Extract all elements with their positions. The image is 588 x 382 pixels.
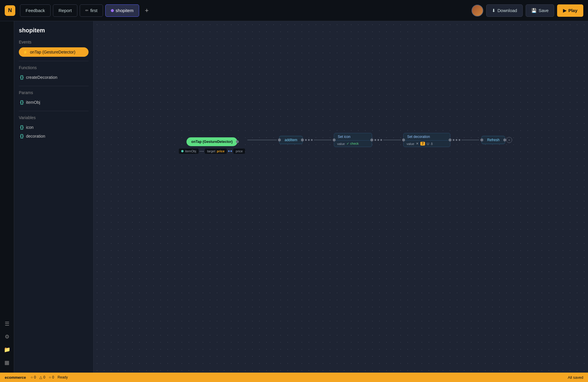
- event-ontap[interactable]: ⚡ onTap (GestureDetector): [19, 47, 89, 57]
- folder-icon: 📁: [4, 346, 10, 353]
- play-label: Play: [568, 8, 577, 13]
- set-icon-value-key: value: [337, 142, 345, 146]
- var-decoration[interactable]: {} decoration: [19, 132, 89, 141]
- save-icon: 💾: [531, 8, 537, 13]
- additem-label: addItem: [285, 138, 297, 142]
- param-dot: [181, 150, 184, 152]
- var-icon[interactable]: {} icon: [19, 123, 89, 132]
- icon-sidebar-bottom: ☰ ⚙ 📁 ▦: [2, 318, 12, 368]
- canvas-area[interactable]: onTap (GestureDetector) itemObj: [94, 21, 588, 373]
- sidebar-folder-icon[interactable]: 📁: [2, 344, 12, 355]
- node-refresh[interactable]: Refresh: [482, 136, 505, 144]
- refresh-box: Refresh: [482, 136, 505, 144]
- fn-create-decoration-label: createDecoration: [26, 75, 57, 80]
- info-icon: ○: [49, 375, 51, 379]
- warning-count: 0: [43, 375, 45, 379]
- line-4: [450, 139, 482, 141]
- fn-icon-1: {}: [20, 75, 24, 80]
- info-count: 0: [52, 375, 54, 379]
- node-additem[interactable]: addItem: [279, 136, 303, 144]
- download-label: Download: [497, 8, 517, 13]
- set-dec-x: ✕: [416, 142, 419, 146]
- menu-icon: ☰: [5, 321, 9, 327]
- status-ready: Ready: [58, 375, 68, 379]
- set-decoration-body: value ✕ 7 U δ: [404, 141, 450, 147]
- line-seg-1: [247, 140, 277, 140]
- node-trigger[interactable]: onTap (GestureDetector) itemObj: [179, 137, 245, 154]
- set-icon-box: Set icon value ✓ check: [334, 133, 372, 147]
- main-content: ☰ ⚙ 📁 ▦ shopitem Events ⚡ onTap (Gesture…: [0, 21, 588, 373]
- l4-dot3: [459, 139, 460, 141]
- param-target-label: target: [207, 149, 215, 153]
- param-price-label: price: [217, 149, 224, 153]
- topbar-right: ⬇ Download 💾 Save ▶ Play: [472, 4, 583, 17]
- refresh-connector-left: [480, 139, 483, 141]
- set-dec-value-label: value: [407, 142, 414, 146]
- functions-section-label: Functions: [19, 65, 89, 70]
- params-section-label: Params: [19, 90, 89, 95]
- error-count: 0: [34, 375, 36, 379]
- add-tab-button[interactable]: +: [141, 5, 152, 16]
- panel-title: shopitem: [19, 27, 89, 34]
- set-decoration-connector-right: [449, 139, 452, 141]
- avatar: [472, 5, 483, 16]
- param-connector: [200, 151, 204, 152]
- line-2: [303, 139, 334, 141]
- node-set-icon[interactable]: Set icon value ✓ check: [334, 133, 372, 147]
- l2-dot2: [308, 139, 310, 141]
- set-icon-connector-right: [370, 139, 373, 141]
- tab-first[interactable]: ✏ first: [80, 4, 103, 17]
- set-dec-val1: 7: [420, 142, 425, 146]
- var-decoration-label: decoration: [26, 134, 45, 139]
- status-errors: ○ 0: [31, 375, 36, 379]
- set-decoration-box: Set decoration value ✕ 7 U δ: [403, 133, 450, 147]
- fn-create-decoration[interactable]: {} createDecoration: [19, 73, 89, 82]
- save-label: Save: [539, 8, 549, 13]
- var-icon-1: {}: [20, 125, 24, 130]
- add-node-area: +: [506, 137, 512, 143]
- l4-line: [462, 140, 479, 140]
- param-target-box: target price: [205, 149, 227, 154]
- node-set-decoration[interactable]: Set decoration value ✕ 7 U δ: [403, 133, 450, 147]
- sidebar-grid-icon[interactable]: ▦: [2, 357, 12, 368]
- refresh-connector-right: [503, 139, 506, 141]
- l4-dot1: [453, 139, 454, 141]
- set-dec-val2: U: [427, 142, 429, 146]
- download-icon: ⬇: [492, 8, 496, 13]
- event-ontap-label: onTap (GestureDetector): [30, 50, 75, 54]
- grid-icon: ▦: [4, 359, 9, 366]
- play-button[interactable]: ▶ Play: [557, 4, 583, 17]
- panel-sidebar: shopitem Events ⚡ onTap (GestureDetector…: [14, 21, 94, 373]
- gear-icon: ⚙: [5, 333, 9, 340]
- l3-dot2: [377, 139, 379, 141]
- report-button[interactable]: Report: [53, 4, 77, 17]
- sidebar-gear-icon[interactable]: ⚙: [2, 331, 12, 342]
- play-icon: ▶: [563, 8, 567, 13]
- status-saved: All saved: [568, 375, 583, 380]
- tab-first-label: first: [90, 8, 97, 13]
- set-decoration-header: Set decoration: [404, 133, 450, 141]
- param-price2-label: price: [236, 149, 243, 153]
- icon-sidebar: ☰ ⚙ 📁 ▦: [0, 21, 14, 373]
- status-info-count: ○ 0: [49, 375, 54, 379]
- add-node-button[interactable]: +: [506, 137, 512, 143]
- set-decoration-label: Set decoration: [407, 135, 430, 139]
- param-icon-1: {}: [20, 100, 24, 105]
- param-itemobj-label: itemObj: [26, 100, 40, 105]
- pencil-icon: ✏: [85, 8, 89, 13]
- events-section-label: Events: [19, 40, 89, 44]
- sidebar-menu-icon[interactable]: ☰: [2, 318, 12, 329]
- param-itemobj[interactable]: {} itemObj: [19, 98, 89, 107]
- divider-1: [19, 61, 89, 61]
- param-row: itemObj target price: [179, 149, 245, 154]
- trigger-label: onTap (GestureDetector): [191, 140, 232, 144]
- l2-line: [314, 140, 332, 140]
- status-project: ecommerce: [5, 375, 26, 380]
- save-button[interactable]: 💾 Save: [526, 4, 554, 17]
- additem-connector-left: [278, 139, 281, 141]
- feedback-button[interactable]: Feedback: [20, 4, 51, 17]
- line-3: [372, 139, 403, 141]
- download-button[interactable]: ⬇ Download: [486, 4, 523, 17]
- event-lightning-icon: ⚡: [23, 50, 28, 54]
- tab-shopitem[interactable]: shopitem: [105, 4, 139, 17]
